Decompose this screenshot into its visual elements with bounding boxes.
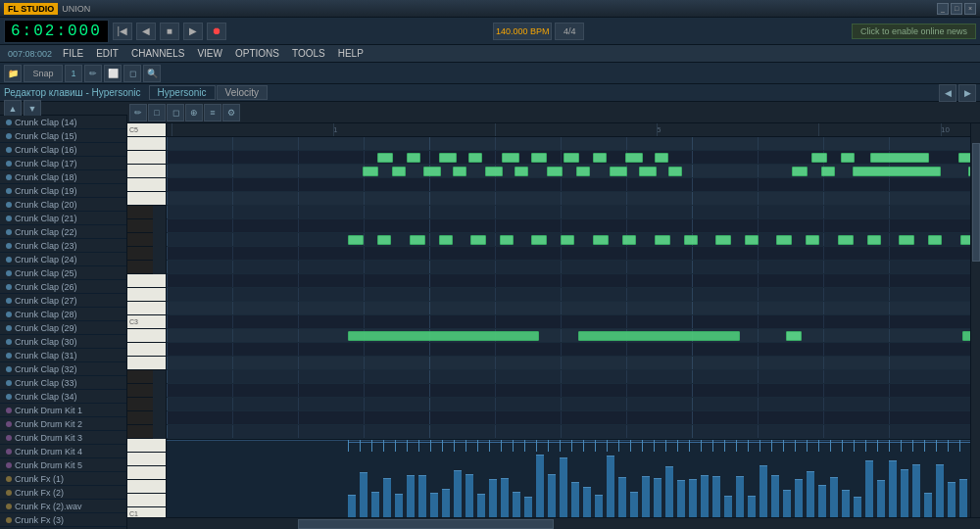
track-row[interactable]: Crunk Clap (21) [0,212,126,225]
velocity-bar[interactable] [536,455,544,517]
note-block[interactable] [593,153,607,163]
note-block[interactable] [363,167,378,176]
pr-zoom[interactable]: ⊕ [185,104,203,121]
piano-key[interactable] [127,357,166,370]
note-block[interactable] [806,235,819,245]
note-block[interactable] [423,167,441,176]
velocity-bar[interactable] [371,492,379,517]
note-block[interactable] [715,235,731,245]
note-block[interactable] [578,331,740,341]
track-row[interactable]: Crunk Clap (15) [0,129,126,143]
note-block[interactable] [867,235,881,245]
menu-help[interactable]: HELP [332,45,369,63]
velocity-bar[interactable] [618,477,626,517]
velocity-bar[interactable] [948,482,956,517]
note-block[interactable] [407,153,420,163]
track-row[interactable]: Crunk Clap (30) [0,335,126,349]
velocity-bar[interactable] [430,493,438,517]
track-row[interactable]: Crunk Clap (24) [0,253,126,266]
velocity-bar[interactable] [818,485,826,517]
note-block[interactable] [547,167,563,176]
rewind-button[interactable]: ◀ [136,23,156,40]
note-block[interactable] [610,167,627,176]
velocity-bar[interactable] [912,464,920,517]
velocity-bar[interactable] [548,474,556,517]
track-row[interactable]: Crunk Clap (31) [0,349,126,362]
note-block[interactable] [962,331,970,341]
velocity-bar[interactable] [583,487,591,517]
velocity-bar[interactable] [701,475,709,517]
note-block[interactable] [821,167,835,176]
velocity-bar[interactable] [654,478,662,517]
track-row[interactable]: Crunk Clap (23) [0,239,126,253]
velocity-bar[interactable] [418,475,426,517]
menu-channels[interactable]: CHANNELS [125,45,190,63]
piano-key[interactable] [127,219,153,233]
track-row[interactable]: Crunk Drum Kit 2 [0,417,126,431]
note-grid[interactable]: 1510 [167,123,970,517]
track-row[interactable]: Crunk Clap (20) [0,198,126,212]
piano-key[interactable] [127,288,166,302]
velocity-bar[interactable] [524,497,532,517]
note-block[interactable] [899,235,914,245]
velocity-bar[interactable] [360,472,368,517]
note-block[interactable] [745,235,759,245]
erase-tool[interactable]: ◻ [123,65,141,82]
velocity-bar[interactable] [712,476,720,517]
note-block[interactable] [639,167,657,176]
velocity-bar[interactable] [889,460,897,517]
track-row[interactable]: Crunk Drum Kit 5 [0,458,126,472]
tempo-display[interactable]: 140.000 BPM [493,23,552,40]
track-row[interactable]: Crunk Fx (3) [0,513,126,527]
track-row[interactable]: Crunk Clap (22) [0,225,126,239]
velocity-bar[interactable] [854,497,861,517]
menu-file[interactable]: FILE [57,45,89,63]
draw-tool[interactable]: ✏ [84,65,102,82]
minimize-button[interactable]: _ [937,3,949,15]
piano-key[interactable] [127,178,166,192]
track-row[interactable]: Crunk Clap (28) [0,308,126,321]
note-block[interactable] [392,167,406,176]
velocity-bar[interactable] [454,470,462,518]
velocity-bar[interactable] [560,457,567,517]
velocity-bar[interactable] [771,475,779,517]
velocity-bar[interactable] [877,480,885,517]
play-button[interactable]: ▶ [183,23,203,40]
track-row[interactable]: Crunk Clap (19) [0,184,126,198]
close-button[interactable]: × [964,3,976,15]
time-sig[interactable]: 4/4 [555,23,584,40]
velocity-bar[interactable] [466,474,473,517]
piano-key[interactable]: C5 [127,123,166,137]
note-block[interactable] [564,153,579,163]
pr-scroll-left[interactable]: ◀ [939,84,956,102]
piano-key[interactable] [127,466,166,480]
note-block[interactable] [870,153,929,163]
velocity-bar[interactable] [924,493,932,517]
piano-key[interactable] [127,165,166,178]
note-block[interactable] [792,167,808,176]
velocity-bar[interactable] [736,476,744,517]
track-row[interactable]: Crunk Clap (32) [0,362,126,376]
note-block[interactable] [655,235,670,245]
vertical-scrollbar[interactable] [970,123,980,517]
velocity-bar[interactable] [642,476,650,517]
velocity-bar[interactable] [865,460,873,517]
velocity-bar[interactable] [607,456,614,517]
velocity-bar[interactable] [442,489,450,517]
note-block[interactable] [500,235,514,245]
piano-key[interactable] [127,453,166,466]
velocity-bar[interactable] [383,478,391,517]
piano-key[interactable] [127,137,166,151]
piano-key[interactable]: C1 [127,507,166,517]
note-block[interactable] [776,235,792,245]
note-block[interactable] [348,235,364,245]
menu-tools[interactable]: TOOLS [286,45,331,63]
pr-strum[interactable]: ≡ [204,104,221,121]
track-row[interactable]: Crunk Clap (29) [0,321,126,335]
v-scroll-thumb[interactable] [972,143,980,262]
velocity-bar[interactable] [489,479,497,517]
note-block[interactable] [561,235,574,245]
velocity-bar[interactable] [783,490,791,517]
note-block[interactable] [853,167,941,176]
piano-key[interactable] [127,425,153,439]
